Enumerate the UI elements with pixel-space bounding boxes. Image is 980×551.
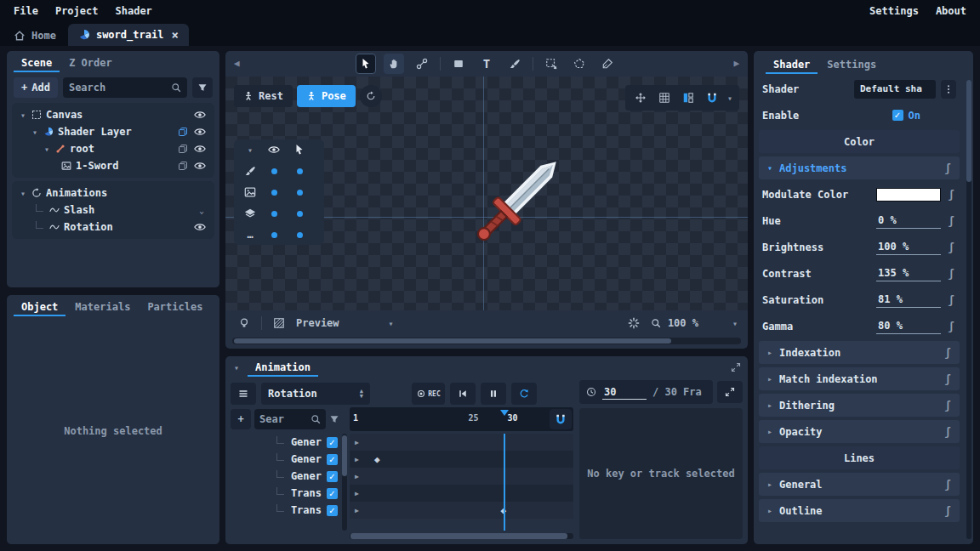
caret-down-icon[interactable]: ▾ bbox=[31, 128, 39, 137]
shader-panel-scrollbar[interactable] bbox=[966, 80, 971, 539]
value-input[interactable]: 0 % bbox=[876, 213, 941, 229]
tab-document[interactable]: sword_trail × bbox=[68, 24, 189, 46]
tree-row-canvas[interactable]: ▾ Canvas bbox=[14, 106, 213, 123]
scene-search-input[interactable]: Search bbox=[63, 77, 187, 98]
track-expand-icon[interactable]: ▶ bbox=[355, 439, 359, 446]
caret-down-icon[interactable]: ▾ bbox=[19, 189, 27, 198]
keyframe-row[interactable]: ▶ bbox=[350, 468, 573, 485]
driver-icon[interactable]: ʃ bbox=[946, 268, 956, 280]
section-general[interactable]: ▸ General ʃ bbox=[759, 473, 960, 496]
clip-stepper[interactable]: ▲▼ bbox=[360, 389, 363, 399]
add-node-button[interactable]: + Add bbox=[14, 77, 58, 98]
track-expand-icon[interactable]: ▶ bbox=[355, 490, 359, 497]
driver-icon[interactable]: ʃ bbox=[946, 241, 956, 253]
driver-icon[interactable]: ʃ bbox=[943, 162, 953, 174]
tab-scene[interactable]: Scene bbox=[14, 54, 60, 72]
collapse-caret-icon[interactable]: ▾ bbox=[246, 145, 254, 155]
caret-down-icon[interactable]: ▾ bbox=[43, 145, 51, 154]
timeline-ruler[interactable]: 1 25 30 bbox=[350, 407, 573, 431]
scrollbar-thumb[interactable] bbox=[966, 80, 971, 182]
grid-toggle-button[interactable] bbox=[654, 88, 675, 108]
track-row-transform-2[interactable]: Trans ✓ bbox=[231, 502, 339, 519]
driver-icon[interactable]: ʃ bbox=[946, 189, 956, 201]
value-input[interactable]: 80 % bbox=[876, 319, 941, 334]
section-match-indexation[interactable]: ▸ Match indexation ʃ bbox=[759, 367, 960, 390]
timeline-popout-icon[interactable] bbox=[731, 362, 741, 372]
caret-down-icon[interactable]: ▾ bbox=[19, 111, 27, 120]
current-frame-input[interactable]: 30 bbox=[602, 385, 647, 400]
shader-select[interactable]: Default sha bbox=[854, 80, 936, 99]
duplicate-icon[interactable] bbox=[178, 144, 188, 154]
section-adjustments[interactable]: ▾ Adjustments ʃ bbox=[759, 156, 960, 179]
driver-icon[interactable]: ʃ bbox=[943, 505, 953, 517]
shader-menu-button[interactable] bbox=[941, 80, 956, 99]
magic-select-tool-button[interactable] bbox=[541, 54, 561, 74]
skip-to-start-button[interactable] bbox=[450, 383, 476, 405]
color-swatch[interactable] bbox=[876, 188, 941, 202]
menu-about[interactable]: About bbox=[927, 5, 975, 17]
menu-project[interactable]: Project bbox=[47, 5, 107, 17]
keyframe-area[interactable]: ▶ ▶ ▶ ▶ ▶ ◆ ◆ bbox=[350, 434, 573, 531]
section-dithering[interactable]: ▸ Dithering ʃ bbox=[759, 394, 960, 417]
playhead-line[interactable] bbox=[504, 434, 505, 531]
tree-row-animations[interactable]: ▾ Animations bbox=[14, 185, 213, 202]
stepper-down-icon[interactable]: ▼ bbox=[360, 394, 363, 399]
chevron-down-icon[interactable]: ⌄ bbox=[197, 206, 206, 215]
reset-pose-button[interactable] bbox=[360, 85, 382, 107]
more-filters-label[interactable]: … bbox=[247, 229, 253, 241]
menu-shader[interactable]: Shader bbox=[106, 5, 160, 17]
enable-checkbox[interactable]: ✓ bbox=[892, 110, 903, 121]
tab-z-order[interactable]: Z Order bbox=[61, 54, 120, 72]
background-light-button[interactable] bbox=[234, 313, 254, 333]
tab-object[interactable]: Object bbox=[14, 298, 66, 316]
driver-icon[interactable]: ʃ bbox=[946, 215, 956, 227]
toggle-dot[interactable] bbox=[271, 211, 277, 217]
keyframe-diamond[interactable]: ◆ bbox=[374, 454, 380, 465]
chevron-down-icon[interactable]: ▾ bbox=[726, 94, 734, 103]
timeline-collapse-caret-icon[interactable]: ▾ bbox=[232, 363, 241, 372]
visibility-eye-icon[interactable] bbox=[194, 160, 206, 172]
driver-icon[interactable]: ʃ bbox=[943, 426, 953, 438]
pose-mode-button[interactable]: Pose bbox=[297, 85, 356, 107]
duplicate-icon[interactable] bbox=[178, 161, 188, 171]
track-filter-icon[interactable] bbox=[329, 414, 339, 424]
zoom-dropdown-caret-icon[interactable]: ▾ bbox=[731, 319, 739, 328]
toggle-dot[interactable] bbox=[297, 168, 303, 174]
tree-row-root[interactable]: ▾ root bbox=[14, 140, 213, 157]
track-row-general-1[interactable]: Gener ✓ bbox=[231, 434, 339, 451]
animation-row-rotation[interactable]: Rotation bbox=[14, 219, 213, 236]
playhead-marker[interactable] bbox=[500, 410, 509, 416]
toggle-dot[interactable] bbox=[297, 190, 303, 196]
scrollbar-thumb[interactable] bbox=[350, 533, 567, 539]
node-tool-button[interactable] bbox=[412, 54, 432, 74]
value-input[interactable]: 100 % bbox=[876, 240, 941, 255]
scene-filter-button[interactable] bbox=[192, 77, 213, 98]
value-input[interactable]: 81 % bbox=[876, 293, 941, 308]
pan-tool-button[interactable] bbox=[384, 54, 404, 74]
tab-animation[interactable]: Animation bbox=[248, 358, 318, 377]
section-outline[interactable]: ▸ Outline ʃ bbox=[759, 499, 960, 522]
transform-gizmo-button[interactable] bbox=[630, 88, 651, 108]
duplicate-icon[interactable] bbox=[178, 127, 188, 137]
menu-settings[interactable]: Settings bbox=[861, 5, 927, 17]
polygon-select-tool-button[interactable] bbox=[569, 54, 590, 74]
tab-home[interactable]: Home bbox=[3, 26, 66, 46]
track-row-transform-1[interactable]: Trans ✓ bbox=[231, 485, 339, 502]
brush-tool-button[interactable] bbox=[504, 54, 525, 74]
toggle-dot[interactable] bbox=[297, 232, 303, 238]
loop-button[interactable] bbox=[511, 383, 537, 405]
section-opacity[interactable]: ▸ Opacity ʃ bbox=[759, 420, 960, 443]
keyframe-row[interactable]: ▶ bbox=[350, 502, 573, 519]
tree-row-sword[interactable]: 1-Sword bbox=[14, 157, 213, 174]
add-track-button[interactable]: + bbox=[231, 409, 251, 429]
viewport-h-scrollbar[interactable] bbox=[232, 338, 741, 344]
track-expand-icon[interactable]: ▶ bbox=[355, 473, 359, 480]
toolbar-scroll-right-icon[interactable]: ▶ bbox=[733, 58, 739, 69]
zoom-value[interactable]: 100 % bbox=[668, 317, 698, 329]
refresh-preview-button[interactable] bbox=[624, 313, 644, 333]
toggle-dot[interactable] bbox=[271, 168, 277, 174]
pause-button[interactable] bbox=[481, 383, 506, 405]
viewport-canvas[interactable]: Rest Pose bbox=[225, 77, 748, 310]
keyframe-row[interactable]: ▶ bbox=[350, 451, 573, 468]
menu-file[interactable]: File bbox=[5, 5, 47, 17]
